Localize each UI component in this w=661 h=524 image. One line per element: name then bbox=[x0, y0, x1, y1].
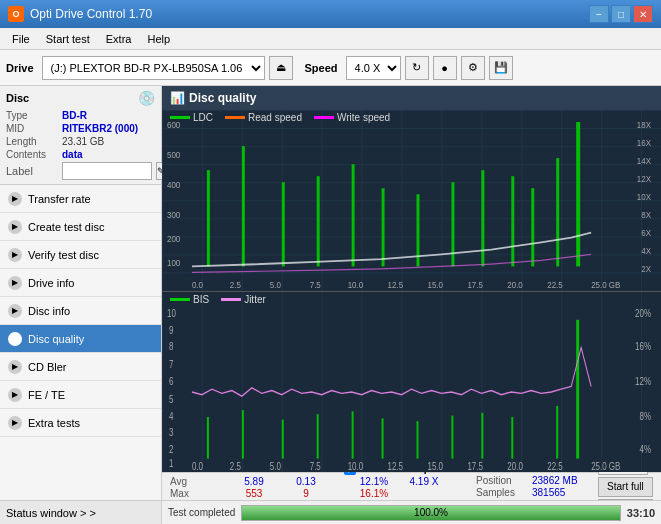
speed-select[interactable]: 4.0 X bbox=[346, 56, 401, 80]
legend-ldc: LDC bbox=[170, 112, 213, 123]
sidebar-item-disc-quality[interactable]: ▶ Disc quality bbox=[0, 325, 161, 353]
ldc-max: 553 bbox=[228, 488, 280, 499]
bis-max: 9 bbox=[280, 488, 332, 499]
svg-rect-39 bbox=[481, 170, 484, 266]
chart-icon: 📊 bbox=[170, 91, 185, 105]
eject-button[interactable]: ⏏ bbox=[269, 56, 293, 80]
svg-text:2.5: 2.5 bbox=[230, 459, 241, 472]
disc-icon: 💿 bbox=[138, 90, 155, 106]
contents-key: Contents bbox=[6, 149, 58, 160]
svg-text:6: 6 bbox=[169, 374, 173, 387]
status-completed: Test completed bbox=[168, 507, 235, 518]
refresh-button[interactable]: ↻ bbox=[405, 56, 429, 80]
svg-rect-4 bbox=[162, 110, 661, 291]
menu-file[interactable]: File bbox=[4, 31, 38, 47]
sidebar-item-drive-info[interactable]: ▶ Drive info bbox=[0, 269, 161, 297]
position-val: 23862 MB bbox=[532, 475, 578, 486]
content-area: 📊 Disc quality LDC Read speed Write spee… bbox=[162, 86, 661, 524]
legend-write: Write speed bbox=[314, 112, 390, 123]
svg-text:18X: 18X bbox=[637, 119, 651, 130]
svg-rect-65 bbox=[352, 411, 354, 458]
jitter-color bbox=[221, 298, 241, 301]
maximize-button[interactable]: □ bbox=[611, 5, 631, 23]
svg-rect-32 bbox=[242, 146, 245, 266]
label-key: Label bbox=[6, 165, 58, 177]
drive-label: Drive bbox=[6, 62, 34, 74]
svg-rect-62 bbox=[242, 410, 244, 459]
burn-button[interactable]: ● bbox=[433, 56, 457, 80]
legend-read: Read speed bbox=[225, 112, 302, 123]
type-key: Type bbox=[6, 110, 58, 121]
drive-select[interactable]: (J:) PLEXTOR BD-R PX-LB950SA 1.06 bbox=[42, 56, 265, 80]
svg-text:1: 1 bbox=[169, 456, 173, 469]
sidebar-item-cd-bler[interactable]: ▶ CD Bler bbox=[0, 353, 161, 381]
lower-chart-svg: 10 9 8 7 6 5 4 3 2 1 20% 16% 12% 8% 4% bbox=[162, 292, 661, 473]
position-label: Position bbox=[476, 475, 528, 486]
svg-text:25.0 GB: 25.0 GB bbox=[591, 459, 620, 472]
nav-dot: ▶ bbox=[8, 332, 22, 346]
sidebar-item-transfer-rate[interactable]: ▶ Transfer rate bbox=[0, 185, 161, 213]
svg-text:10.0: 10.0 bbox=[348, 279, 364, 290]
minimize-button[interactable]: − bbox=[589, 5, 609, 23]
stats-bar: LDC BIS Jitter Speed Avg 5.89 0.13 12.1%… bbox=[162, 472, 661, 500]
close-button[interactable]: ✕ bbox=[633, 5, 653, 23]
menu-start-test[interactable]: Start test bbox=[38, 31, 98, 47]
nav-dot: ▶ bbox=[8, 304, 22, 318]
progress-text: 100.0% bbox=[242, 506, 620, 520]
upper-chart: LDC Read speed Write speed bbox=[162, 110, 661, 292]
sidebar-item-fe-te[interactable]: ▶ FE / TE bbox=[0, 381, 161, 409]
svg-text:12.5: 12.5 bbox=[388, 279, 404, 290]
sidebar-item-disc-info[interactable]: ▶ Disc info bbox=[0, 297, 161, 325]
nav-dot: ▶ bbox=[8, 388, 22, 402]
svg-rect-33 bbox=[282, 182, 285, 266]
legend-jitter: Jitter bbox=[221, 294, 266, 305]
svg-rect-36 bbox=[382, 188, 385, 266]
label-input[interactable] bbox=[62, 162, 152, 180]
menu-extra[interactable]: Extra bbox=[98, 31, 140, 47]
sidebar-item-extra-tests[interactable]: ▶ Extra tests bbox=[0, 409, 161, 437]
svg-text:2: 2 bbox=[169, 442, 173, 455]
save-button[interactable]: 💾 bbox=[489, 56, 513, 80]
settings-button[interactable]: ⚙ bbox=[461, 56, 485, 80]
sidebar-item-create-test-disc[interactable]: ▶ Create test disc bbox=[0, 213, 161, 241]
svg-rect-35 bbox=[352, 164, 355, 266]
speed-label: Speed bbox=[305, 62, 338, 74]
title-bar-left: O Opti Drive Control 1.70 bbox=[8, 6, 152, 22]
sidebar-item-verify-test-disc[interactable]: ▶ Verify test disc bbox=[0, 241, 161, 269]
svg-rect-43 bbox=[576, 122, 580, 266]
progress-time: 33:10 bbox=[627, 507, 655, 519]
nav-dot: ▶ bbox=[8, 248, 22, 262]
svg-text:16%: 16% bbox=[635, 339, 651, 352]
svg-text:7.5: 7.5 bbox=[310, 279, 321, 290]
svg-rect-34 bbox=[317, 176, 320, 266]
bis-color bbox=[170, 298, 190, 301]
svg-text:12%: 12% bbox=[635, 374, 651, 387]
position-row: Position 23862 MB bbox=[476, 475, 578, 486]
svg-text:5: 5 bbox=[169, 392, 173, 405]
svg-text:17.5: 17.5 bbox=[467, 459, 483, 472]
svg-text:2.5: 2.5 bbox=[230, 279, 241, 290]
mid-key: MID bbox=[6, 123, 58, 134]
svg-text:8%: 8% bbox=[639, 409, 651, 422]
lower-legend: BIS Jitter bbox=[170, 294, 266, 305]
svg-text:400: 400 bbox=[167, 180, 180, 191]
type-value: BD-R bbox=[62, 110, 87, 121]
avg-label: Avg bbox=[170, 476, 228, 487]
svg-text:15.0: 15.0 bbox=[427, 459, 443, 472]
start-full-button[interactable]: Start full bbox=[598, 477, 653, 497]
toolbar: Drive (J:) PLEXTOR BD-R PX-LB950SA 1.06 … bbox=[0, 50, 661, 86]
svg-rect-71 bbox=[556, 405, 558, 458]
svg-rect-45 bbox=[162, 292, 661, 473]
svg-text:22.5: 22.5 bbox=[547, 459, 563, 472]
svg-rect-67 bbox=[416, 421, 418, 458]
nav-items: ▶ Transfer rate ▶ Create test disc ▶ Ver… bbox=[0, 185, 161, 500]
chart-title: Disc quality bbox=[189, 91, 256, 105]
samples-val: 381565 bbox=[532, 487, 565, 498]
length-value: 23.31 GB bbox=[62, 136, 104, 147]
max-label: Max bbox=[170, 488, 228, 499]
svg-rect-31 bbox=[207, 170, 210, 266]
svg-rect-63 bbox=[282, 419, 284, 458]
svg-text:12.5: 12.5 bbox=[388, 459, 404, 472]
status-window-button[interactable]: Status window > > bbox=[0, 500, 161, 524]
menu-help[interactable]: Help bbox=[139, 31, 178, 47]
